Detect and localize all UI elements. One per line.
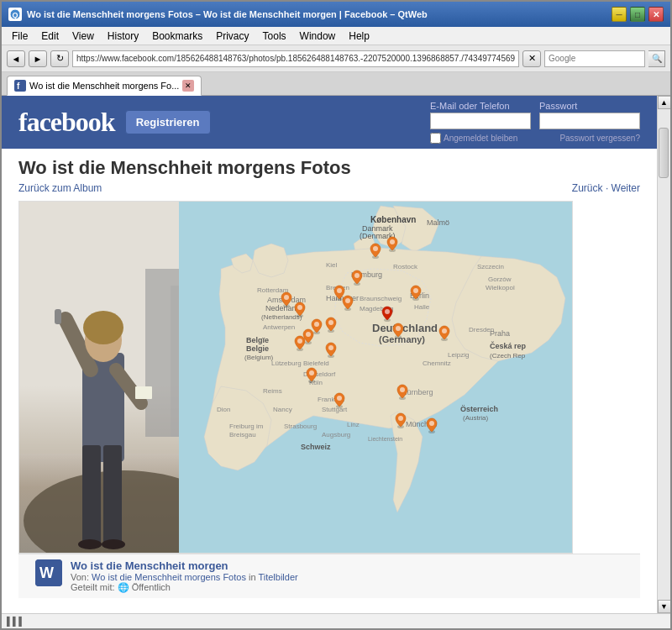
map-overlay: København Danmark (Denmark) Malmö Hambur…: [179, 202, 573, 554]
svg-text:Kiel: Kiel: [326, 261, 338, 269]
scroll-up-button[interactable]: ▲: [658, 96, 671, 109]
svg-point-93: [413, 288, 418, 293]
svg-text:Belgïe: Belgïe: [246, 336, 269, 344]
menu-view[interactable]: View: [66, 29, 101, 44]
svg-rect-17: [55, 309, 61, 324]
page-content: facebook Registrieren E-Mail oder Telefo…: [2, 96, 657, 613]
scrollbar[interactable]: ▲ ▼: [657, 96, 670, 613]
forgot-password-link[interactable]: Passwort vergessen?: [559, 134, 640, 143]
svg-text:Freiburg im: Freiburg im: [229, 423, 264, 430]
svg-point-125: [328, 320, 333, 325]
svg-text:Q: Q: [12, 11, 18, 19]
in-label: in: [249, 572, 256, 582]
svg-point-111: [442, 328, 447, 333]
svg-text:(Germany): (Germany): [379, 334, 425, 344]
login-area: E-Mail oder Telefon Passwort Angemeldet …: [430, 101, 640, 144]
title-bar: Q Wo ist die Menschheit morgens Fotos – …: [2, 2, 670, 27]
menu-edit[interactable]: Edit: [34, 29, 66, 44]
reload-button[interactable]: ↻: [50, 50, 69, 67]
close-button[interactable]: ✕: [648, 7, 664, 22]
svg-text:Leipzig: Leipzig: [448, 351, 469, 359]
back-button[interactable]: ◄: [7, 50, 25, 67]
register-button[interactable]: Registrieren: [125, 110, 211, 134]
svg-text:(Netherlands): (Netherlands): [261, 313, 302, 321]
svg-point-20: [102, 539, 125, 549]
svg-text:(Belgium): (Belgium): [244, 354, 274, 361]
svg-point-105: [314, 322, 319, 327]
minimize-button[interactable]: ─: [612, 7, 627, 22]
svg-point-16: [83, 311, 123, 344]
nav-next-link[interactable]: Weiter: [612, 182, 640, 194]
tab-close-button[interactable]: ✕: [182, 80, 194, 92]
svg-point-85: [373, 246, 378, 251]
svg-text:Deutschland: Deutschland: [372, 322, 438, 334]
back-to-album-link[interactable]: Zurück zum Album: [18, 182, 102, 194]
svg-point-99: [345, 298, 350, 303]
stop-button[interactable]: ✕: [522, 50, 541, 67]
address-input[interactable]: [72, 50, 519, 67]
scroll-track[interactable]: [658, 109, 670, 600]
svg-text:Stuttgart: Stuttgart: [322, 406, 348, 413]
svg-point-101: [385, 309, 390, 314]
email-input[interactable]: [430, 113, 531, 129]
svg-text:(Austria): (Austria): [463, 414, 489, 422]
page-name[interactable]: Wo ist die Menschheit morgen: [71, 559, 623, 572]
svg-text:Gorzów: Gorzów: [488, 276, 512, 283]
svg-text:Strasbourg: Strasbourg: [284, 423, 317, 430]
svg-point-91: [337, 288, 342, 293]
stay-logged-label: Angemeldet bleiben: [444, 134, 517, 143]
tab-favicon: f: [14, 80, 26, 92]
svg-text:Antwerpen: Antwerpen: [263, 323, 295, 331]
shared-icon: 🌐: [118, 582, 129, 592]
svg-point-121: [309, 370, 314, 375]
window-controls: ─ □ ✕: [612, 7, 664, 22]
svg-text:Szczecin: Szczecin: [477, 263, 504, 270]
photo-container: København Danmark (Denmark) Malmö Hambur…: [18, 201, 573, 554]
menu-tools[interactable]: Tools: [256, 29, 293, 44]
svg-rect-12: [103, 445, 122, 546]
photo-footer: W Wo ist die Menschheit morgen Von: Wo i…: [18, 554, 640, 598]
search-icon[interactable]: 🔍: [648, 50, 665, 67]
svg-text:Breisgau: Breisgau: [229, 431, 256, 438]
nav-links: Zurück zum Album Zurück · Weiter: [18, 182, 640, 194]
svg-text:Halle: Halle: [414, 303, 430, 311]
search-input[interactable]: [544, 50, 645, 67]
page-avatar: W: [35, 559, 62, 586]
svg-text:Österreich: Österreich: [460, 405, 498, 413]
svg-text:Malmö: Malmö: [427, 218, 449, 227]
menu-window[interactable]: Window: [293, 29, 343, 44]
menu-history[interactable]: History: [101, 29, 145, 44]
svg-text:Rostock: Rostock: [393, 263, 418, 270]
password-input[interactable]: [539, 113, 640, 129]
svg-text:Reims: Reims: [263, 387, 282, 395]
svg-text:Nancy: Nancy: [273, 406, 292, 413]
tab-facebook[interactable]: f Wo ist die Menschheit morgens Fo... ✕: [7, 76, 202, 96]
nav-back-link[interactable]: Zurück: [572, 182, 603, 194]
shared-value: Öffentlich: [132, 582, 171, 592]
maximize-button[interactable]: □: [630, 7, 645, 22]
album-type-link[interactable]: Titelbilder: [258, 572, 297, 582]
menu-privacy[interactable]: Privacy: [209, 29, 255, 44]
stay-logged-checkbox[interactable]: [430, 133, 441, 144]
menu-help[interactable]: Help: [342, 29, 376, 44]
menu-bookmarks[interactable]: Bookmarks: [145, 29, 209, 44]
svg-point-123: [429, 421, 434, 426]
shared-info: Geteilt mit: 🌐 Öffentlich: [71, 582, 623, 593]
scroll-thumb[interactable]: [659, 128, 669, 178]
album-link[interactable]: Wo ist die Menschheit morgens Fotos: [92, 572, 246, 582]
scroll-down-button[interactable]: ▼: [658, 600, 671, 613]
menu-file[interactable]: File: [5, 29, 34, 44]
shared-label: Geteilt mit:: [71, 582, 115, 592]
svg-point-109: [396, 326, 401, 331]
svg-point-107: [328, 345, 333, 350]
svg-marker-28: [253, 244, 288, 277]
svg-text:Praha: Praha: [490, 329, 510, 338]
svg-point-115: [400, 387, 405, 392]
browser-icon: Q: [8, 8, 22, 21]
password-label: Passwort: [539, 101, 640, 111]
svg-point-95: [284, 295, 289, 300]
forward-button[interactable]: ►: [29, 50, 47, 67]
svg-text:Augsburg: Augsburg: [322, 431, 350, 438]
svg-point-103: [306, 332, 311, 337]
svg-text:Česká rep: Česká rep: [490, 341, 527, 350]
